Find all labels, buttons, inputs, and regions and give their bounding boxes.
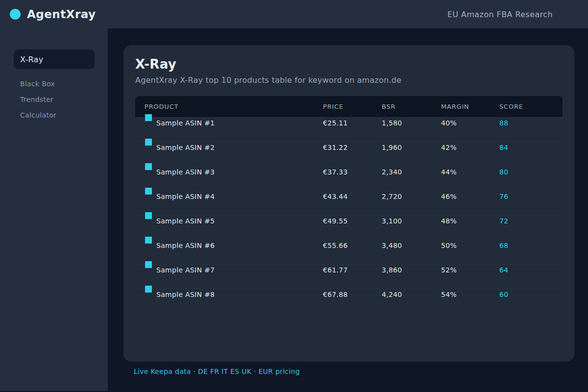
product-thumbnail-icon <box>145 212 152 219</box>
bsr-value: 2,720 <box>382 193 441 200</box>
price-value: €25.11 <box>323 119 382 127</box>
column-header-margin: MARGIN <box>441 103 499 110</box>
margin-value: 48% <box>441 217 499 225</box>
page-title: X-Ray <box>135 57 563 72</box>
sidebar-item-xray[interactable]: X-Ray <box>14 49 95 69</box>
score-value: 68 <box>499 242 563 249</box>
brand-title: AgentXray <box>27 8 96 21</box>
product-thumbnail-icon <box>145 188 152 195</box>
product-name: Sample ASIN #2 <box>156 144 215 151</box>
page-subtitle: AgentXray X-Ray top 10 products table fo… <box>135 75 563 85</box>
product-name: Sample ASIN #5 <box>156 217 215 225</box>
score-value: 60 <box>499 291 563 298</box>
sidebar-item-label: X-Ray <box>20 55 43 64</box>
sidebar-item-label: Calculator <box>20 111 56 119</box>
bsr-value: 3,480 <box>382 242 441 249</box>
score-value: 76 <box>499 193 563 200</box>
table-row[interactable]: Sample ASIN #5 €49.55 3,100 48% 72 <box>135 215 563 240</box>
logo-icon <box>10 9 21 20</box>
product-thumbnail-icon <box>145 286 152 293</box>
product-thumbnail-icon <box>145 261 152 268</box>
sidebar: X-Ray Black Box Trendster Calculator <box>0 28 108 391</box>
product-thumbnail-icon <box>145 114 152 121</box>
table-row[interactable]: Sample ASIN #8 €67.88 4,240 54% 60 <box>135 289 563 313</box>
xray-card: X-Ray AgentXray X-Ray top 10 products ta… <box>123 45 574 362</box>
price-value: €37.33 <box>323 168 382 176</box>
sidebar-item-calculator[interactable]: Calculator <box>0 107 108 123</box>
product-cell: Sample ASIN #4 <box>145 191 323 200</box>
sidebar-nav-list: Black Box Trendster Calculator <box>0 76 108 123</box>
product-cell: Sample ASIN #7 <box>145 265 323 274</box>
product-name: Sample ASIN #1 <box>156 119 215 127</box>
column-header-bsr: BSR <box>382 103 441 110</box>
table-body: Sample ASIN #1 €25.11 1,580 40% 88 Sampl… <box>135 117 563 313</box>
product-cell: Sample ASIN #6 <box>145 240 323 249</box>
brand[interactable]: AgentXray <box>10 8 96 21</box>
product-name: Sample ASIN #7 <box>156 266 215 274</box>
product-thumbnail-icon <box>145 139 152 146</box>
table-row[interactable]: Sample ASIN #4 €43.44 2,720 46% 76 <box>135 191 563 215</box>
sidebar-item-trendster[interactable]: Trendster <box>0 92 108 107</box>
sidebar-item-black-box[interactable]: Black Box <box>0 76 108 92</box>
product-cell: Sample ASIN #3 <box>145 167 323 176</box>
table-row[interactable]: Sample ASIN #6 €55.66 3,480 50% 68 <box>135 240 563 264</box>
product-thumbnail-icon <box>145 237 152 244</box>
price-value: €55.66 <box>323 242 382 249</box>
margin-value: 54% <box>441 291 499 298</box>
sidebar-item-label: Black Box <box>20 80 55 88</box>
product-name: Sample ASIN #4 <box>156 193 215 200</box>
table-row[interactable]: Sample ASIN #1 €25.11 1,580 40% 88 <box>135 117 563 142</box>
sidebar-item-label: Trendster <box>20 96 53 103</box>
context-label: EU Amazon FBA Research <box>447 10 553 19</box>
product-name: Sample ASIN #8 <box>156 291 215 298</box>
margin-value: 44% <box>441 168 499 176</box>
price-value: €49.55 <box>323 217 382 225</box>
margin-value: 40% <box>441 119 499 127</box>
score-value: 80 <box>499 168 563 176</box>
top-bar: AgentXray EU Amazon FBA Research <box>0 0 588 28</box>
bsr-value: 1,960 <box>382 144 441 151</box>
bsr-value: 3,860 <box>382 266 441 274</box>
bsr-value: 4,240 <box>382 291 441 298</box>
table-row[interactable]: Sample ASIN #3 €37.33 2,340 44% 80 <box>135 166 563 191</box>
app-frame: AgentXray EU Amazon FBA Research X-Ray B… <box>0 0 588 392</box>
table-header-row: PRODUCT PRICE BSR MARGIN SCORE <box>135 96 563 117</box>
table-row[interactable]: Sample ASIN #2 €31.22 1,960 42% 84 <box>135 142 563 166</box>
column-header-product: PRODUCT <box>145 103 323 110</box>
margin-value: 42% <box>441 144 499 151</box>
margin-value: 46% <box>441 193 499 200</box>
content-row: X-Ray Black Box Trendster Calculator X-R… <box>0 28 588 392</box>
margin-value: 50% <box>441 242 499 249</box>
main-area: X-Ray AgentXray X-Ray top 10 products ta… <box>108 28 588 392</box>
product-cell: Sample ASIN #1 <box>145 118 323 127</box>
score-value: 84 <box>499 144 563 151</box>
column-header-price: PRICE <box>323 103 382 110</box>
price-value: €43.44 <box>323 193 382 200</box>
score-value: 64 <box>499 266 563 274</box>
margin-value: 52% <box>441 266 499 274</box>
bsr-value: 2,340 <box>382 168 441 176</box>
product-cell: Sample ASIN #2 <box>145 142 323 151</box>
bsr-value: 1,580 <box>382 119 441 127</box>
price-value: €67.88 <box>323 291 382 298</box>
product-name: Sample ASIN #6 <box>156 242 215 249</box>
product-name: Sample ASIN #3 <box>156 168 215 176</box>
price-value: €31.22 <box>323 144 382 151</box>
product-cell: Sample ASIN #5 <box>145 216 323 225</box>
products-table: PRODUCT PRICE BSR MARGIN SCORE Sample AS… <box>135 96 563 313</box>
status-line: Live Keepa data · DE FR IT ES UK · EUR p… <box>123 368 574 375</box>
bsr-value: 3,100 <box>382 217 441 225</box>
product-thumbnail-icon <box>145 163 152 170</box>
score-value: 72 <box>499 217 563 225</box>
product-cell: Sample ASIN #8 <box>145 289 323 298</box>
table-row[interactable]: Sample ASIN #7 €61.77 3,860 52% 64 <box>135 264 563 289</box>
column-header-score: SCORE <box>499 103 563 110</box>
price-value: €61.77 <box>323 266 382 274</box>
score-value: 88 <box>499 119 563 127</box>
